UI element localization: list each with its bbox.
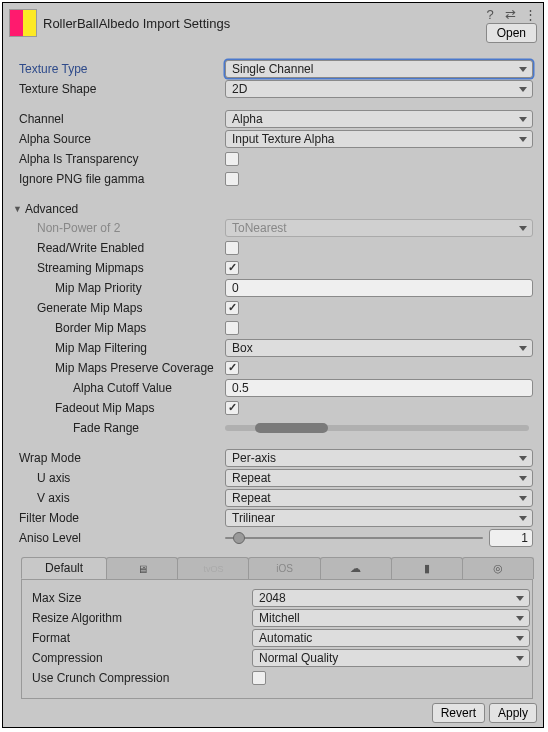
tvos-icon: tvOS	[203, 564, 223, 574]
asset-thumbnail-icon	[9, 9, 37, 37]
platform-tab-default[interactable]: Default	[21, 557, 107, 579]
channel-dropdown[interactable]: Alpha	[225, 110, 533, 128]
format-dropdown[interactable]: Automatic	[252, 629, 530, 647]
android-icon: ▮	[424, 562, 430, 575]
wrap-mode-label: Wrap Mode	[13, 451, 225, 465]
fadeout-mipmaps-checkbox[interactable]	[225, 401, 239, 415]
readwrite-checkbox[interactable]	[225, 241, 239, 255]
u-axis-label: U axis	[13, 471, 225, 485]
texture-type-label: Texture Type	[13, 62, 225, 76]
alpha-cutoff-field[interactable]: 0.5	[225, 379, 533, 397]
max-size-dropdown[interactable]: 2048	[252, 589, 530, 607]
platform-tab-lumin[interactable]: ☁	[320, 557, 392, 579]
apply-button[interactable]: Apply	[489, 703, 537, 723]
mipmap-filtering-dropdown[interactable]: Box	[225, 339, 533, 357]
alpha-is-transparency-label: Alpha Is Transparency	[13, 152, 225, 166]
texture-type-dropdown[interactable]: Single Channel	[225, 60, 533, 78]
texture-shape-dropdown[interactable]: 2D	[225, 80, 533, 98]
streaming-mipmaps-checkbox[interactable]	[225, 261, 239, 275]
readwrite-label: Read/Write Enabled	[13, 241, 225, 255]
compression-dropdown[interactable]: Normal Quality	[252, 649, 530, 667]
aniso-value-field[interactable]: 1	[489, 529, 533, 547]
fadeout-mipmaps-label: Fadeout Mip Maps	[13, 401, 225, 415]
u-axis-dropdown[interactable]: Repeat	[225, 469, 533, 487]
alpha-cutoff-label: Alpha Cutoff Value	[13, 381, 225, 395]
platform-settings: Max Size 2048 Resize Algorithm Mitchell …	[21, 580, 533, 699]
crunch-label: Use Crunch Compression	[24, 671, 252, 685]
streaming-mipmaps-label: Streaming Mipmaps	[13, 261, 225, 275]
compression-label: Compression	[24, 651, 252, 665]
border-mipmaps-checkbox[interactable]	[225, 321, 239, 335]
alpha-is-transparency-checkbox[interactable]	[225, 152, 239, 166]
resize-algo-dropdown[interactable]: Mitchell	[252, 609, 530, 627]
aniso-slider[interactable]	[225, 537, 483, 539]
mip-priority-field[interactable]: 0	[225, 279, 533, 297]
fade-range-slider[interactable]	[225, 425, 533, 431]
lumin-icon: ☁	[350, 562, 361, 575]
ignore-png-gamma-checkbox[interactable]	[225, 172, 239, 186]
alpha-source-label: Alpha Source	[13, 132, 225, 146]
aniso-level-label: Aniso Level	[13, 531, 225, 545]
menu-icon[interactable]: ⋮	[523, 7, 537, 21]
platform-tabs: Default 🖥 tvOS iOS ☁ ▮ ◎	[21, 557, 533, 580]
preset-icon[interactable]: ⇄	[503, 7, 517, 21]
aniso-slider-thumb[interactable]	[233, 532, 245, 544]
platform-tab-ios[interactable]: iOS	[248, 557, 320, 579]
preserve-coverage-label: Mip Maps Preserve Coverage	[13, 361, 225, 375]
platform-tab-webgl[interactable]: ◎	[462, 557, 534, 579]
platform-tab-tvos[interactable]: tvOS	[177, 557, 249, 579]
standalone-icon: 🖥	[137, 563, 148, 575]
platform-tab-android[interactable]: ▮	[391, 557, 463, 579]
preserve-coverage-checkbox[interactable]	[225, 361, 239, 375]
footer: Revert Apply	[432, 703, 537, 723]
channel-label: Channel	[13, 112, 225, 126]
webgl-icon: ◎	[493, 562, 503, 575]
v-axis-label: V axis	[13, 491, 225, 505]
platform-tab-standalone[interactable]: 🖥	[106, 557, 178, 579]
alpha-source-dropdown[interactable]: Input Texture Alpha	[225, 130, 533, 148]
filter-mode-label: Filter Mode	[13, 511, 225, 525]
npot-label: Non-Power of 2	[13, 221, 225, 235]
ios-icon: iOS	[276, 563, 293, 574]
inspector-panel: RollerBallAlbedo Import Settings ? ⇄ ⋮ O…	[2, 2, 544, 728]
texture-shape-label: Texture Shape	[13, 82, 225, 96]
ignore-png-gamma-label: Ignore PNG file gamma	[13, 172, 225, 186]
help-icon[interactable]: ?	[483, 7, 497, 21]
generate-mipmaps-label: Generate Mip Maps	[13, 301, 225, 315]
page-title: RollerBallAlbedo Import Settings	[43, 16, 537, 31]
header-toolbar: ? ⇄ ⋮	[483, 7, 537, 21]
border-mipmaps-label: Border Mip Maps	[13, 321, 225, 335]
header: RollerBallAlbedo Import Settings ? ⇄ ⋮ O…	[3, 3, 543, 43]
advanced-title: Advanced	[25, 202, 78, 216]
open-button[interactable]: Open	[486, 23, 537, 43]
body: Texture Type Single Channel Texture Shap…	[3, 43, 543, 699]
filter-mode-dropdown[interactable]: Trilinear	[225, 509, 533, 527]
advanced-foldout[interactable]: Advanced	[13, 199, 533, 218]
crunch-checkbox[interactable]	[252, 671, 266, 685]
resize-algo-label: Resize Algorithm	[24, 611, 252, 625]
generate-mipmaps-checkbox[interactable]	[225, 301, 239, 315]
format-label: Format	[24, 631, 252, 645]
fade-range-label: Fade Range	[13, 421, 225, 435]
max-size-label: Max Size	[24, 591, 252, 605]
revert-button[interactable]: Revert	[432, 703, 485, 723]
mipmap-filtering-label: Mip Map Filtering	[13, 341, 225, 355]
v-axis-dropdown[interactable]: Repeat	[225, 489, 533, 507]
mip-priority-label: Mip Map Priority	[13, 281, 225, 295]
npot-dropdown: ToNearest	[225, 219, 533, 237]
wrap-mode-dropdown[interactable]: Per-axis	[225, 449, 533, 467]
